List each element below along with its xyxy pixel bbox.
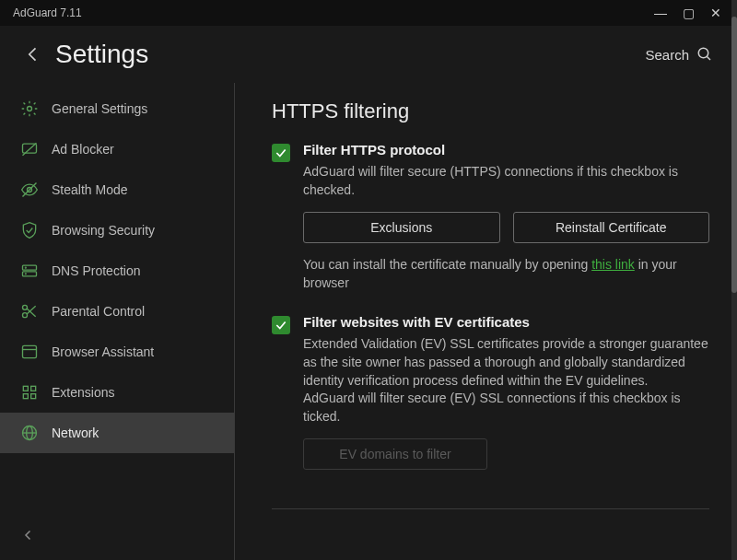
svg-rect-15 [23,345,37,357]
divider [272,508,709,509]
sidebar: General Settings Ad Blocker Stealth Mode… [0,83,235,560]
maximize-button[interactable]: ▢ [674,6,702,20]
setting-filter-ev: Filter websites with EV certificates Ext… [272,314,709,483]
sidebar-item-browser-assistant[interactable]: Browser Assistant [0,332,234,372]
globe-icon [20,424,39,442]
exclusions-button[interactable]: Exclusions [303,212,500,243]
chevron-left-icon[interactable] [20,527,37,543]
check-icon [275,146,287,159]
svg-point-10 [25,274,26,274]
sidebar-item-label: Browsing Security [52,223,155,238]
window-title: AdGuard 7.11 [13,6,82,19]
sidebar-item-network[interactable]: Network [0,413,234,453]
shield-icon [20,221,39,239]
sidebar-item-stealth-mode[interactable]: Stealth Mode [0,169,234,210]
sidebar-item-dns-protection[interactable]: DNS Protection [0,251,234,291]
sidebar-item-label: Browser Assistant [52,344,154,359]
sidebar-item-label: Parental Control [52,304,145,319]
sidebar-item-browsing-security[interactable]: Browsing Security [0,210,234,251]
gear-icon [20,99,39,118]
close-button[interactable]: ✕ [702,6,730,20]
svg-rect-20 [31,394,36,399]
header: Settings Search [0,26,737,83]
svg-rect-19 [23,394,28,399]
section-title: HTTPS filtering [272,99,709,123]
content: HTTPS filtering Filter HTTPS protocol Ad… [235,83,737,560]
search-button[interactable]: Search [645,46,713,63]
scrollbar-thumb[interactable] [731,17,737,293]
ev-desc-1: Extended Validation (EV) SSL certificate… [303,336,708,387]
sidebar-item-general-settings[interactable]: General Settings [0,88,234,129]
sidebar-item-label: Extensions [52,385,114,400]
server-icon [20,262,39,280]
svg-rect-7 [23,265,37,270]
setting-filter-https: Filter HTTPS protocol AdGuard will filte… [272,142,709,292]
sidebar-item-label: General Settings [52,101,147,116]
reinstall-certificate-button[interactable]: Reinstall Certificate [513,212,710,243]
check-icon [275,319,287,332]
setting-title: Filter websites with EV certificates [303,314,709,330]
window-icon [20,343,39,361]
sidebar-footer [0,510,234,560]
sidebar-item-parental-control[interactable]: Parental Control [0,291,234,332]
grid-icon [20,383,39,402]
svg-rect-17 [23,386,28,391]
svg-rect-8 [23,272,37,276]
minimize-button[interactable]: — [647,6,674,20]
svg-point-9 [25,267,26,268]
message-slash-icon [20,140,39,158]
svg-point-0 [698,48,708,58]
search-label: Search [645,47,689,63]
checkbox-filter-https[interactable] [272,144,290,162]
sidebar-item-label: DNS Protection [52,263,140,278]
titlebar: AdGuard 7.11 — ▢ ✕ [0,0,737,26]
certificate-link[interactable]: this link [591,257,635,272]
eye-slash-icon [20,181,39,199]
note-pre: You can install the certificate manually… [303,257,591,272]
search-icon [696,46,713,63]
back-icon[interactable] [24,45,42,64]
vertical-scrollbar[interactable] [731,0,737,560]
checkbox-filter-ev[interactable] [272,316,290,334]
svg-point-2 [28,107,32,111]
ev-domains-button[interactable]: EV domains to filter [303,438,487,470]
setting-title: Filter HTTPS protocol [303,142,709,158]
sidebar-item-label: Stealth Mode [52,182,128,197]
certificate-note: You can install the certificate manually… [303,256,709,292]
sidebar-item-ad-blocker[interactable]: Ad Blocker [0,129,234,169]
sidebar-item-label: Network [52,426,99,440]
sidebar-item-extensions[interactable]: Extensions [0,372,234,413]
sidebar-item-label: Ad Blocker [52,142,114,157]
svg-line-1 [707,56,710,60]
svg-rect-18 [31,386,36,391]
setting-desc: AdGuard will filter secure (HTTPS) conne… [303,163,709,199]
scissors-icon [20,302,39,321]
page-title: Settings [55,40,645,69]
setting-desc: Extended Validation (EV) SSL certificate… [303,335,709,426]
ev-desc-2: AdGuard will filter secure (EV) SSL conn… [303,391,681,424]
